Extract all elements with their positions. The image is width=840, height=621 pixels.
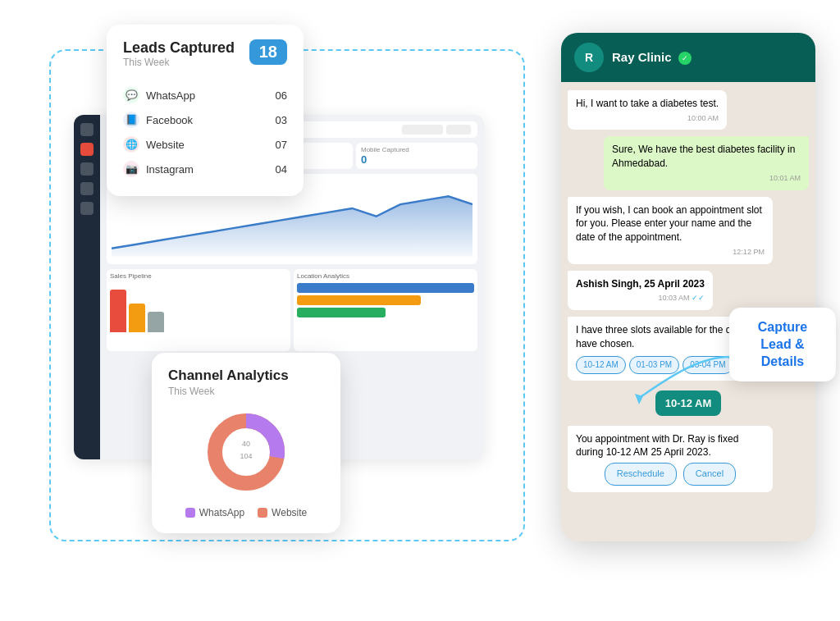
msg-confirm: You appointment with Dr. Ray is fixed du… [568, 426, 773, 492]
website-icon: 🌐 [123, 136, 139, 153]
facebook-label: Facebook [146, 114, 193, 126]
verified-icon [678, 52, 692, 65]
msg-confirm-text: You appointment with Dr. Ray is fixed du… [576, 432, 765, 460]
sidebar-item-2 [80, 143, 94, 156]
svg-text:40: 40 [242, 440, 250, 448]
leads-count-badge: 18 [249, 39, 287, 65]
leads-captured-card: Leads Captured This Week 18 💬 WhatsApp 0… [107, 25, 304, 196]
leads-row-website: 🌐 Website 07 [123, 132, 287, 157]
leads-row-left-instagram: 📷 Instagram [123, 161, 194, 177]
location-bar-1 [297, 283, 474, 293]
whatsapp-chat-panel: R Ray Clinic Hi, I want to take a diabet… [561, 33, 815, 541]
location-bar-3 [297, 308, 386, 317]
leads-rows: 💬 WhatsApp 06 📘 Facebook 03 🌐 Website 07 [123, 83, 287, 181]
instagram-icon: 📷 [123, 161, 139, 177]
bar-chart [110, 283, 287, 332]
channel-analytics-card: Channel Analytics This Week 40 104 Whats… [152, 353, 340, 533]
sales-chart-label: Sales Pipeline [110, 272, 287, 280]
msg-1-text: Hi, I want to take a diabetes test. [576, 97, 719, 111]
leads-row-instagram: 📷 Instagram 04 [123, 157, 287, 181]
line-chart-svg [112, 189, 472, 259]
msg-2-time: 10:01 AM [612, 173, 801, 184]
bar-2 [129, 304, 145, 332]
leads-row-facebook: 📘 Facebook 03 [123, 107, 287, 132]
legend-whatsapp: WhatsApp [185, 507, 244, 518]
msg-1: Hi, I want to take a diabetes test. 10:0… [568, 90, 727, 130]
channel-legend: WhatsApp Website [168, 507, 324, 518]
reschedule-btn[interactable]: Reschedule [605, 463, 677, 485]
legend-label-whatsapp: WhatsApp [199, 507, 244, 518]
sidebar-item-3 [80, 162, 94, 176]
bottom-charts: Sales Pipeline Location Analytics [107, 269, 477, 351]
scene: Leads Captured % 54 % Email Captured 1 M… [0, 0, 840, 621]
msg-2: Sure, We have the best diabetes facility… [604, 136, 809, 189]
legend-dot-whatsapp [185, 508, 195, 518]
cancel-btn[interactable]: Cancel [683, 463, 736, 485]
whatsapp-label: WhatsApp [146, 89, 195, 102]
arrow-svg [631, 349, 746, 406]
capture-lead-callout: Capture Lead & Details [729, 308, 836, 381]
legend-website: Website [258, 507, 307, 518]
sidebar-item-5 [80, 202, 94, 215]
leads-row-whatsapp: 💬 WhatsApp 06 [123, 83, 287, 107]
chat-avatar: R [574, 43, 604, 72]
legend-dot-website [258, 508, 267, 518]
location-chart-label: Location Analytics [297, 272, 474, 280]
msg-2-text: Sure, We have the best diabetes facility… [612, 143, 801, 171]
leads-card-title: Leads Captured [123, 39, 235, 57]
donut-chart-wrapper: 40 104 [168, 407, 324, 497]
sales-pipeline-chart: Sales Pipeline [107, 269, 290, 351]
donut-chart-svg: 40 104 [201, 407, 291, 497]
bar-1 [110, 290, 126, 332]
msg-4-text: Ashish Singh, 25 April 2023 [576, 277, 705, 291]
whatsapp-value: 06 [276, 89, 287, 102]
stat-mobile: Mobile Captured 0 [356, 143, 477, 169]
leads-card-subtitle: This Week [123, 57, 235, 68]
channel-card-title: Channel Analytics [168, 368, 324, 384]
slot-btn-1[interactable]: 10-12 AM [576, 356, 626, 374]
location-bar-2 [297, 295, 421, 305]
website-value: 07 [276, 139, 287, 151]
location-chart: Location Analytics [294, 269, 477, 351]
whatsapp-icon: 💬 [123, 87, 139, 103]
leads-row-left-whatsapp: 💬 WhatsApp [123, 87, 195, 103]
legend-label-website: Website [272, 507, 307, 518]
svg-text:104: 104 [240, 452, 252, 460]
facebook-value: 03 [276, 114, 287, 126]
chat-clinic-name: Ray Clinic [612, 50, 672, 64]
msg-1-time: 10:00 AM [576, 113, 719, 124]
sidebar-item-4 [80, 182, 94, 195]
leads-row-left-website: 🌐 Website [123, 136, 185, 153]
instagram-value: 04 [276, 163, 287, 176]
msg-3-time: 12:12 PM [576, 247, 765, 258]
msg-4-time: 10:03 AM [576, 293, 705, 304]
website-label: Website [146, 139, 185, 151]
sidebar-item-1 [80, 123, 94, 136]
instagram-label: Instagram [146, 163, 194, 176]
leads-card-header: Leads Captured This Week 18 [123, 39, 287, 80]
msg-4: Ashish Singh, 25 April 2023 10:03 AM [568, 271, 713, 310]
bar-3 [148, 312, 164, 332]
dashboard-sidebar [74, 115, 100, 459]
channel-card-subtitle: This Week [168, 386, 324, 397]
msg-3: If you wish, I can book an appointment s… [568, 197, 773, 264]
action-buttons: Reschedule Cancel [576, 463, 765, 485]
callout-text: Capture Lead & Details [744, 319, 821, 370]
stat-value-3: 0 [361, 153, 472, 166]
msg-3-text: If you wish, I can book an appointment s… [576, 203, 765, 244]
stat-label-3: Mobile Captured [361, 146, 472, 153]
facebook-icon: 📘 [123, 112, 139, 128]
chat-header: R Ray Clinic [561, 33, 815, 82]
leads-row-left-facebook: 📘 Facebook [123, 112, 193, 128]
